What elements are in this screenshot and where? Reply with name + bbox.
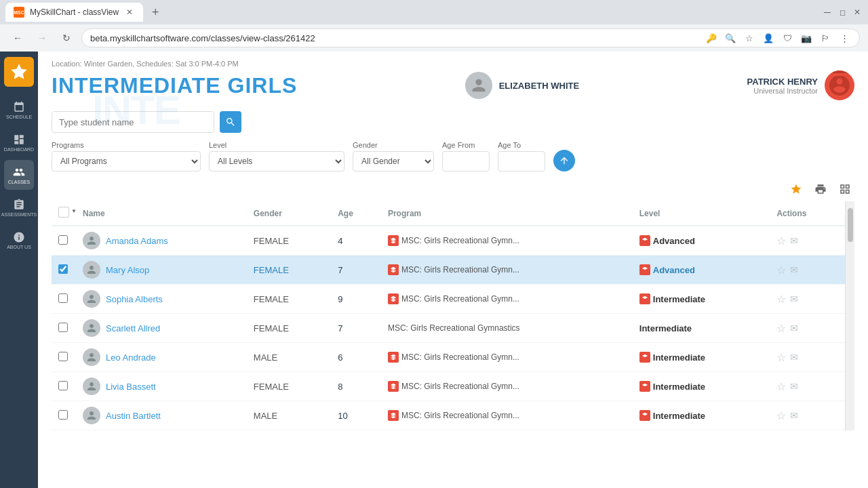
bookmark-icon[interactable]: ☆ bbox=[743, 31, 756, 45]
student-name-link[interactable]: Austin Bartlett bbox=[106, 411, 161, 421]
flag-icon[interactable]: 🏳 bbox=[818, 31, 832, 45]
student-name-link[interactable]: Livia Bassett bbox=[106, 382, 156, 392]
row-age: 7 bbox=[331, 314, 381, 343]
programs-select[interactable]: All Programs bbox=[52, 151, 201, 171]
program-cell-content: MSC: Girls Recreational Gymnastics bbox=[388, 323, 626, 333]
row-checkbox-cell[interactable] bbox=[52, 401, 76, 430]
row-checkbox-cell[interactable] bbox=[52, 314, 76, 343]
student-name-link[interactable]: Mary Alsop bbox=[106, 265, 149, 275]
minimize-button[interactable]: ─ bbox=[822, 7, 833, 18]
col-header-gender[interactable]: Gender bbox=[247, 201, 331, 226]
table-row: Scarlett Allred FEMALE 7 MSC: Girls Recr… bbox=[52, 314, 845, 343]
sidebar-item-schedule[interactable]: SCHEDULE bbox=[4, 95, 34, 125]
extension-icon[interactable]: 🛡 bbox=[781, 31, 794, 45]
tab-close-button[interactable]: ✕ bbox=[124, 7, 135, 18]
program-cell-content: MSC: Girls Recreational Gymn... bbox=[388, 293, 626, 304]
back-button[interactable]: ← bbox=[8, 28, 27, 47]
sidebar-dashboard-label: DASHBOARD bbox=[4, 147, 34, 152]
favorite-action[interactable]: ☆ bbox=[776, 322, 786, 335]
sidebar-item-dashboard[interactable]: DASHBOARD bbox=[4, 127, 34, 157]
close-window-button[interactable]: ✕ bbox=[852, 7, 863, 18]
row-actions: ☆ ✉ bbox=[770, 343, 845, 372]
address-bar[interactable]: beta.myskillchartsoftware.com/classes/vi… bbox=[81, 28, 860, 47]
select-all-header[interactable] bbox=[52, 201, 76, 226]
student-name-link[interactable]: Scarlett Allred bbox=[106, 323, 160, 333]
mail-action[interactable]: ✉ bbox=[790, 235, 798, 246]
row-name-cell: Leo Andrade bbox=[76, 343, 247, 372]
menu-icon[interactable]: ⋮ bbox=[837, 31, 851, 45]
level-select[interactable]: All Levels bbox=[209, 151, 344, 171]
student-name-link[interactable]: Leo Andrade bbox=[106, 352, 156, 363]
row-checkbox-cell[interactable] bbox=[52, 343, 76, 372]
mail-action[interactable]: ✉ bbox=[790, 264, 798, 275]
search-addr-icon[interactable]: 🔍 bbox=[724, 31, 737, 45]
row-age: 9 bbox=[331, 285, 381, 314]
row-program: MSC: Girls Recreational Gymn... bbox=[381, 285, 633, 314]
location-info: Location: Winter Garden, Schedules: Sat … bbox=[52, 60, 854, 68]
row-level: Intermediate bbox=[633, 401, 770, 430]
favorite-toolbar-button[interactable] bbox=[787, 180, 806, 199]
row-checkbox-cell[interactable] bbox=[52, 226, 76, 256]
select-all-icon[interactable] bbox=[58, 207, 69, 218]
col-header-program[interactable]: Program bbox=[381, 201, 633, 226]
favorite-action[interactable]: ☆ bbox=[776, 235, 786, 247]
col-header-level[interactable]: Level bbox=[633, 201, 770, 226]
program-icon bbox=[388, 352, 399, 363]
print-toolbar-button[interactable] bbox=[811, 180, 830, 199]
favorite-action[interactable]: ☆ bbox=[776, 409, 786, 422]
scroll-thumb[interactable] bbox=[848, 208, 853, 242]
favorite-action[interactable]: ☆ bbox=[776, 264, 786, 277]
photo-icon[interactable]: 📷 bbox=[800, 31, 813, 45]
row-checkbox[interactable] bbox=[58, 352, 68, 361]
forward-button[interactable]: → bbox=[33, 28, 52, 47]
refresh-button[interactable]: ↻ bbox=[57, 28, 76, 47]
search-button[interactable] bbox=[220, 111, 241, 133]
col-header-name[interactable]: Name bbox=[76, 201, 247, 226]
age-from-input[interactable] bbox=[442, 151, 490, 171]
mail-action[interactable]: ✉ bbox=[790, 323, 798, 333]
row-checkbox[interactable] bbox=[58, 410, 68, 420]
student-name-link[interactable]: Amanda Adams bbox=[106, 236, 168, 246]
mail-action[interactable]: ✉ bbox=[790, 293, 798, 304]
favorite-action[interactable]: ☆ bbox=[776, 380, 786, 393]
app-logo[interactable] bbox=[4, 57, 34, 87]
col-header-age[interactable]: Age bbox=[331, 201, 381, 226]
gender-select[interactable]: All Gender bbox=[353, 151, 434, 171]
favorite-action[interactable]: ☆ bbox=[776, 293, 786, 306]
table-scroll: Name Gender Age Program Level Actions bbox=[52, 201, 845, 430]
grid-toolbar-button[interactable] bbox=[835, 180, 854, 199]
profile-icon[interactable]: 👤 bbox=[762, 31, 775, 45]
row-checkbox[interactable] bbox=[58, 323, 68, 332]
browser-titlebar: MSC MySkillChart - classView ✕ + ─ ◻ ✕ bbox=[0, 0, 868, 24]
row-avatar-icon bbox=[85, 293, 98, 305]
favorite-action[interactable]: ☆ bbox=[776, 351, 786, 364]
age-to-input[interactable] bbox=[498, 151, 545, 171]
sidebar-item-about[interactable]: ABOUT US bbox=[4, 225, 34, 255]
row-checkbox-cell[interactable] bbox=[52, 256, 76, 285]
row-checkbox[interactable] bbox=[58, 293, 68, 303]
new-tab-button[interactable]: + bbox=[146, 3, 165, 22]
scroll-track[interactable] bbox=[845, 201, 854, 430]
row-age: 6 bbox=[331, 343, 381, 372]
maximize-button[interactable]: ◻ bbox=[837, 7, 848, 18]
mail-action[interactable]: ✉ bbox=[790, 352, 798, 363]
browser-tab[interactable]: MSC MySkillChart - classView ✕ bbox=[5, 3, 143, 22]
student-info: ELIZABETH WHITE bbox=[465, 72, 579, 99]
sidebar-item-assessments[interactable]: ASSESSMENTS bbox=[4, 192, 34, 222]
dashboard-icon bbox=[13, 134, 25, 146]
row-avatar-icon bbox=[85, 235, 98, 247]
sidebar-item-classes[interactable]: CLASSES bbox=[4, 160, 34, 190]
level-cell-content: Intermediate bbox=[639, 381, 764, 392]
program-icon bbox=[388, 264, 399, 275]
row-checkbox[interactable] bbox=[58, 381, 68, 390]
row-checkbox-cell[interactable] bbox=[52, 372, 76, 401]
filter-go-button[interactable] bbox=[553, 150, 575, 171]
row-checkbox-cell[interactable] bbox=[52, 285, 76, 314]
row-checkbox[interactable] bbox=[58, 264, 68, 274]
search-input[interactable] bbox=[52, 111, 214, 133]
mail-action[interactable]: ✉ bbox=[790, 410, 798, 421]
row-checkbox[interactable] bbox=[58, 235, 68, 245]
level-cell-content: Intermediate bbox=[639, 352, 764, 363]
student-name-link[interactable]: Sophia Alberts bbox=[106, 294, 163, 304]
mail-action[interactable]: ✉ bbox=[790, 381, 798, 392]
